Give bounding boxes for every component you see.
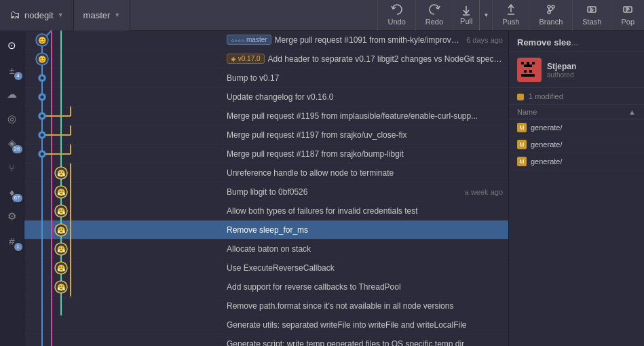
commit-info: Bump to v0.17 xyxy=(221,73,508,83)
commit-info: Merge pull request #1187 from srajko/bum… xyxy=(221,149,508,159)
push-button[interactable]: Push xyxy=(492,0,529,31)
pull-split-button: Pull ▼ xyxy=(453,0,492,31)
table-row[interactable]: Generate utils: separated writeFile into… xyxy=(24,315,508,334)
graph-svg: 😤 xyxy=(24,220,221,239)
sidebar-item-branch[interactable]: ⑂ xyxy=(0,155,24,180)
graph-svg xyxy=(24,315,221,334)
sidebar-item-num[interactable]: # 1 xyxy=(0,229,24,253)
file-modified-icon: M xyxy=(517,157,527,166)
branch-selector-button[interactable]: master ▼ xyxy=(74,0,131,31)
graph-canvas xyxy=(24,296,221,315)
files-header: Name ▲ xyxy=(509,105,644,119)
stash-button[interactable]: Stash xyxy=(572,0,611,31)
graph-svg: 😤 xyxy=(24,258,221,277)
svg-point-29 xyxy=(41,95,44,98)
commit-message: Merge pull request #1195 from implausibl… xyxy=(227,111,503,121)
svg-point-36 xyxy=(41,114,44,117)
graph-svg xyxy=(24,334,221,347)
table-row[interactable]: Generate script: write temp generated fi… xyxy=(24,334,508,346)
pop-label: Pop xyxy=(621,18,634,26)
modified-count: 1 modified xyxy=(529,92,563,100)
files-name-col: Name xyxy=(517,108,537,116)
sidebar-item-cloud[interactable]: ☁ xyxy=(0,82,24,107)
tags-badge: 26 xyxy=(12,145,22,153)
graph-canvas: 😤 xyxy=(24,258,221,277)
branch-label: ⬦⬦⬦⬦ master xyxy=(227,35,271,45)
chevron-down-icon: ▼ xyxy=(114,12,120,18)
table-row[interactable]: Merge pull request #1197 from srajko/uv_… xyxy=(24,126,508,145)
table-row[interactable]: 😤Allocate baton on stack xyxy=(24,239,508,258)
commit-info: Merge pull request #1197 from srajko/uv_… xyxy=(221,130,508,140)
table-row[interactable]: 😤Bump libgit to 0bf0526a week ago xyxy=(24,182,508,201)
graph-svg: 😤 xyxy=(24,277,221,296)
graph-svg: 😊 xyxy=(24,31,221,50)
table-row[interactable]: Merge pull request #1187 from srajko/bum… xyxy=(24,145,508,164)
pop-icon xyxy=(622,4,633,15)
svg-text:😤: 😤 xyxy=(57,226,66,235)
sidebar-item-history[interactable]: ⊙ xyxy=(0,33,24,58)
sidebar-item-bookmarks[interactable]: ♦ 67 xyxy=(0,180,24,204)
push-icon xyxy=(506,4,516,15)
file-name: generate/ xyxy=(531,157,562,166)
bookmarks-badge: 67 xyxy=(12,194,22,202)
commit-info: Add support for reverse callbacks to Thr… xyxy=(221,282,508,292)
graph-svg xyxy=(24,107,221,126)
list-item[interactable]: Mgenerate/ xyxy=(509,119,644,136)
graph-canvas: 😊 xyxy=(24,31,221,50)
list-item[interactable]: Mgenerate/ xyxy=(509,136,644,153)
commit-message: Update changelog for v0.16.0 xyxy=(227,92,503,102)
table-row[interactable]: Bump to v0.17 xyxy=(24,69,508,88)
table-row[interactable]: Merge pull request #1195 from implausibl… xyxy=(24,107,508,126)
svg-text:😊: 😊 xyxy=(38,55,47,64)
graph-canvas xyxy=(24,315,221,334)
table-row[interactable]: Remove path.format since it's not availa… xyxy=(24,296,508,315)
pull-button[interactable]: Pull xyxy=(453,0,479,31)
table-row[interactable]: 😊⬦⬦⬦⬦ masterMerge pull request #1091 fro… xyxy=(24,31,508,50)
file-name: generate/ xyxy=(531,123,562,132)
svg-rect-103 xyxy=(527,62,529,64)
commit-info: Generate utils: separated writeFile into… xyxy=(221,320,508,330)
table-row[interactable]: 😤Use ExecuteReverseCallback xyxy=(24,258,508,277)
sort-icon: ▲ xyxy=(628,108,636,116)
svg-point-3 xyxy=(552,5,554,8)
commit-message: Bump to v0.17 xyxy=(227,73,503,83)
graph-canvas: 😊 xyxy=(24,50,221,69)
svg-rect-102 xyxy=(524,62,527,64)
repo-button[interactable]: 🗂 nodegit ▼ xyxy=(0,0,74,31)
commit-info: Use ExecuteReverseCallback xyxy=(221,263,508,273)
folder-icon: 🗂 xyxy=(10,9,20,21)
sidebar-item-tags[interactable]: ◈ 26 xyxy=(0,131,24,155)
left-sidebar: ⊙ ± 4 ☁ ◎ ◈ 26 ⑂ ♦ 67 ⚙ # 1 xyxy=(0,31,24,346)
commit-info: ◈ v0.17.0Add header to separate v0.17 li… xyxy=(221,54,508,64)
sidebar-item-issues[interactable]: ◎ xyxy=(0,107,24,131)
files-list: Mgenerate/Mgenerate/Mgenerate/ xyxy=(509,119,644,346)
table-row[interactable]: 😤Allow both types of failures for invali… xyxy=(24,201,508,220)
redo-button[interactable]: Redo xyxy=(415,0,453,31)
sidebar-item-changes[interactable]: ± 4 xyxy=(0,58,24,82)
table-row[interactable]: 😤Unreference handle to allow node to ter… xyxy=(24,164,508,182)
svg-point-2 xyxy=(548,5,550,8)
graph-canvas xyxy=(24,107,221,126)
graph-svg: 😤 xyxy=(24,201,221,220)
sidebar-item-settings[interactable]: ⚙ xyxy=(0,204,24,229)
toolbar: 🗂 nodegit ▼ master ▼ Undo Redo xyxy=(0,0,644,31)
pull-dropdown-button[interactable]: ▼ xyxy=(479,0,492,31)
commit-message: Remove sleep_for_ms xyxy=(227,225,503,235)
redo-label: Redo xyxy=(425,18,443,26)
svg-rect-111 xyxy=(524,70,527,73)
table-row[interactable]: 😊◈ v0.17.0Add header to separate v0.17 l… xyxy=(24,50,508,69)
list-item[interactable]: Mgenerate/ xyxy=(509,153,644,170)
commit-message: Unreference handle to allow node to term… xyxy=(227,168,503,178)
pop-button[interactable]: Pop xyxy=(611,0,644,31)
branch-button[interactable]: Branch xyxy=(529,0,572,31)
table-row[interactable]: 😤Remove sleep_for_ms xyxy=(24,220,508,239)
commit-detail-title: Remove slee... xyxy=(509,31,644,52)
svg-rect-106 xyxy=(521,64,524,67)
table-row[interactable]: 😤Add support for reverse callbacks to Th… xyxy=(24,277,508,296)
svg-rect-108 xyxy=(527,64,529,67)
commit-message: Add support for reverse callbacks to Thr… xyxy=(227,282,503,292)
undo-button[interactable]: Undo xyxy=(377,0,415,31)
author-name: Stjepan xyxy=(547,62,576,71)
table-row[interactable]: Update changelog for v0.16.0 xyxy=(24,88,508,107)
svg-rect-101 xyxy=(521,62,524,64)
